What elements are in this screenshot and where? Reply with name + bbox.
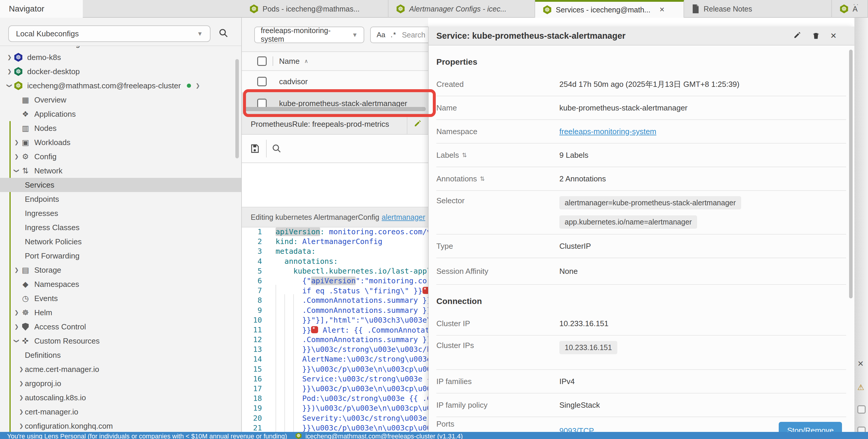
save-icon[interactable] xyxy=(250,143,259,154)
yaml-editor[interactable]: 1apiVersion: monitoring.coreos.com/v12ki… xyxy=(242,228,428,432)
editor-line[interactable]: 10 }}"}],"html":"\u003ch3\u003e\u xyxy=(242,316,428,326)
sidebar-item-events[interactable]: ◷Events xyxy=(0,291,241,305)
sidebar-item-definitions[interactable]: Definitions xyxy=(0,348,241,362)
editor-line[interactable]: 20 Severity:\u003c/strong\u003e - xyxy=(242,414,428,424)
editor-line[interactable]: 5 kubectl.kubernetes.io/last-appli xyxy=(242,267,428,276)
port-link[interactable]: 9093/TCP xyxy=(559,426,594,432)
expander-icon[interactable]: ❯ xyxy=(18,380,25,387)
kubeconfig-select[interactable]: Local Kubeconfigs ▼ xyxy=(8,25,211,42)
expander-icon[interactable]: ❯ xyxy=(13,139,20,146)
sidebar-item-storage[interactable]: ❯▤Storage xyxy=(0,263,241,277)
editor-line[interactable]: 17 }}\u003c/p\u003e\n\u003cp\u003 xyxy=(242,384,428,394)
expander-icon[interactable]: ❯ xyxy=(18,394,25,401)
delete-icon[interactable] xyxy=(812,31,820,40)
edit-icon[interactable] xyxy=(413,120,422,129)
resource-link[interactable]: alertmanager xyxy=(382,213,425,222)
row-checkbox[interactable] xyxy=(257,77,267,86)
expand-toggle-icon[interactable]: ⇅ xyxy=(462,151,467,159)
dock-tab-4[interactable]: Release Notes xyxy=(684,0,832,18)
close-icon[interactable]: ✕ xyxy=(830,31,837,40)
expander-icon[interactable]: ❯ xyxy=(13,337,20,344)
notification-close-icon[interactable]: ✕ xyxy=(857,359,864,368)
editor-line[interactable]: 12 .CommonAnnotations.summary }}- xyxy=(242,335,428,345)
license-notice[interactable]: You're using Lens Personal (for individu… xyxy=(7,432,287,439)
sidebar-scrollbar[interactable] xyxy=(235,59,239,158)
expander-icon[interactable]: ❯ xyxy=(13,324,20,330)
sidebar-item-access-control[interactable]: ❯Access Control xyxy=(0,319,241,334)
sidebar-item-config[interactable]: ❯⚙Config xyxy=(0,149,241,164)
sidebar-item-network-policies[interactable]: Network Policies xyxy=(0,235,241,249)
editor-line[interactable]: 13 }}\u003c/strong\u003e\u003c/h3 xyxy=(242,345,428,355)
sidebar-item-ingresses[interactable]: Ingresses xyxy=(0,206,241,221)
sidebar-item-cert-manager-io[interactable]: ❯cert-manager.io xyxy=(0,405,241,419)
dock-tab-3[interactable]: ☸Services - icecheng@math...✕ xyxy=(535,0,684,18)
dock-tab-1[interactable]: ☸Pods - icecheng@mathmas... xyxy=(242,0,389,18)
sidebar-item-ingress-classes[interactable]: Ingress Classes xyxy=(0,221,241,235)
stop-remove-button[interactable]: Stop/Remove xyxy=(779,422,842,432)
sidebar-item-custom-resources[interactable]: ❯✜Custom Resources xyxy=(0,334,241,348)
sidebar-item-services[interactable]: Services xyxy=(0,178,241,192)
regex-toggle[interactable]: .* xyxy=(391,31,397,39)
editor-line[interactable]: 19 }})\u003c/p\u003e\n\u003cp\u00 xyxy=(242,404,428,414)
expander-icon[interactable]: ❯ xyxy=(13,167,20,174)
dock-tab-2[interactable]: ☸Alertmanager Configs - icec... xyxy=(389,0,535,18)
drawer-scrollbar[interactable] xyxy=(849,49,852,298)
sidebar-item-autoscaling-k8s-io[interactable]: ❯autoscaling.k8s.io xyxy=(0,391,241,405)
sort-asc-icon[interactable]: ∧ xyxy=(304,58,308,64)
edit-icon[interactable] xyxy=(793,31,802,40)
expander-icon[interactable]: ❯ xyxy=(18,423,25,429)
match-case-toggle[interactable]: Aa xyxy=(377,31,385,39)
sidebar-item-acme-cert-manager-io[interactable]: ❯acme.cert-manager.io xyxy=(0,362,241,376)
sidebar-item-g[interactable]: g xyxy=(0,46,241,50)
sidebar-item-configuration-konghq-com[interactable]: ❯configuration.konghq.com xyxy=(0,419,241,432)
editor-line[interactable]: 7 if eq .Status \"firing\" }}🚨 xyxy=(242,286,428,296)
sidebar-item-port-forwarding[interactable]: Port Forwarding xyxy=(0,249,241,263)
close-icon[interactable]: ✕ xyxy=(659,6,664,13)
editor-line[interactable]: 9 .CommonAnnotations.summary }}- xyxy=(242,306,428,316)
expander-icon[interactable]: ❯ xyxy=(13,153,20,160)
editor-line[interactable]: 11 }}🚨 Alert: {{ .CommonAnnotati xyxy=(242,326,428,335)
editor-line[interactable]: 21 }}\u003c/p\u003e\n\u003cp\u003 xyxy=(242,424,428,432)
editor-line[interactable]: 15 }}\u003c/p\u003e\n\u003cp\u003 xyxy=(242,365,428,375)
dock-tab-5[interactable]: ☸A xyxy=(832,0,868,18)
expander-icon[interactable]: ❯ xyxy=(18,366,25,373)
select-all-checkbox[interactable] xyxy=(257,57,267,66)
expander-icon[interactable]: ❯ xyxy=(6,68,13,75)
editor-line[interactable]: 2kind: AlertmanagerConfig xyxy=(242,237,428,247)
sidebar-item-nodes[interactable]: ▥Nodes xyxy=(0,121,241,135)
editor-line[interactable]: 18 Pod:\u003c/strong\u003e {{ .Co xyxy=(242,394,428,404)
sidebar-item-label: Helm xyxy=(34,308,52,317)
editor-line[interactable]: 4 annotations: xyxy=(242,257,428,267)
expander-icon[interactable]: ❯ xyxy=(6,54,13,61)
expand-toggle-icon[interactable]: ⇅ xyxy=(480,175,485,182)
editor-line[interactable]: 6 {"apiVersion":"monitoring.core xyxy=(242,276,428,286)
sidebar-item-network[interactable]: ❯⇅Network xyxy=(0,164,241,178)
editor-line[interactable]: 8 .CommonAnnotations.summary }}- xyxy=(242,296,428,306)
sidebar-item-docker-desktop[interactable]: ❯☸docker-desktop xyxy=(0,64,241,78)
chevron-right-icon[interactable]: ❯ xyxy=(196,82,200,89)
sidebar-item-icecheng-mathmast-com-freeleaps-cluster[interactable]: ❯☸icecheng@mathmast.com@freeleaps-cluste… xyxy=(0,78,241,93)
sidebar-item-applications[interactable]: ❖Applications xyxy=(0,107,241,121)
sidebar-item-endpoints[interactable]: Endpoints xyxy=(0,192,241,206)
table-search-input[interactable]: Aa .* Search xyxy=(370,27,428,43)
editor-search-icon[interactable] xyxy=(272,144,281,153)
search-icon[interactable] xyxy=(219,28,228,38)
sidebar-item-namespaces[interactable]: ◆Namespaces xyxy=(0,277,241,291)
active-cluster-status[interactable]: icecheng@mathmast.com@freeleaps-cluster … xyxy=(305,432,463,439)
namespace-link[interactable]: freeleaps-monitoring-system xyxy=(559,127,656,136)
editor-line[interactable]: 16 Service:\u003c/strong\u003e {- xyxy=(242,375,428,384)
sidebar-item-workloads[interactable]: ❯▣Workloads xyxy=(0,135,241,149)
expander-icon[interactable]: ❯ xyxy=(13,267,20,273)
sidebar-item-helm[interactable]: ❯☸Helm xyxy=(0,305,241,319)
editor-line[interactable]: 3metadata: xyxy=(242,247,428,257)
column-header-name[interactable]: Name xyxy=(279,57,300,66)
expander-icon[interactable]: ❯ xyxy=(18,409,25,415)
namespace-select[interactable]: freeleaps-monitoring-system ▼ xyxy=(254,27,364,43)
sidebar-item-overview[interactable]: ▦Overview xyxy=(0,93,241,107)
editor-line[interactable]: 14 AlertName:\u003c/strong\u003e xyxy=(242,355,428,365)
editor-line[interactable]: 1apiVersion: monitoring.coreos.com/v1 xyxy=(242,228,428,237)
sidebar-item-demo-k8s[interactable]: ❯☸demo-k8s xyxy=(0,50,241,64)
expander-icon[interactable]: ❯ xyxy=(13,309,20,316)
expander-icon[interactable]: ❯ xyxy=(6,82,13,89)
sidebar-item-argoproj-io[interactable]: ❯argoproj.io xyxy=(0,376,241,391)
